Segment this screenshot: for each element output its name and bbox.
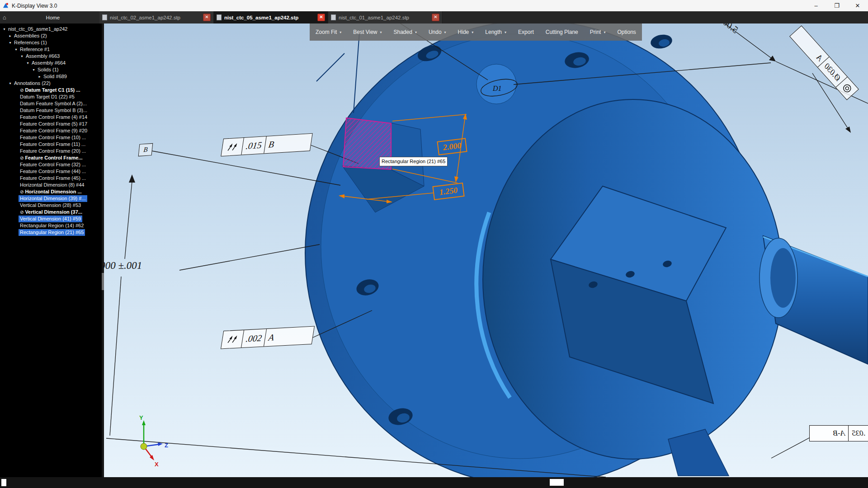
toolbar-cutting-plane-button[interactable]: Cutting Plane [540, 23, 584, 41]
toolbar-best-view-button[interactable]: Best View▾ [347, 23, 387, 41]
tab-document[interactable]: nist_ctc_02_asme1_ap242.stp✕ [99, 11, 214, 23]
maximize-button[interactable]: ❐ [826, 0, 847, 11]
datum-flag-b[interactable]: B [138, 143, 153, 156]
toolbar-undo-button[interactable]: Undo▾ [423, 23, 452, 41]
tree-item[interactable]: Horizontal Dimension (8) #44 [0, 182, 104, 188]
expand-arrow-icon[interactable]: ▾ [8, 80, 13, 87]
tree-item[interactable]: Rectangular Region (21) #65 [0, 229, 104, 236]
tree-item-label: Assembly #663 [24, 53, 61, 60]
model-tree: ▾nist_ctc_05_asme1_ap242▸Assemblies (2)▾… [0, 26, 104, 236]
fcf-mirrored-035[interactable]: .035 A-B [809, 425, 868, 441]
status-bar [0, 477, 868, 488]
tree-item-label: nist_ctc_05_asme1_ap242 [7, 26, 69, 33]
tree-item[interactable]: ⊘Datum Target C1 (15) ... [0, 87, 104, 94]
tree-item[interactable]: Feature Control Frame (11) ... [0, 141, 104, 148]
hidden-annotation-icon: ⊘ [20, 88, 24, 93]
toolbar-hide-button[interactable]: Hide▾ [452, 23, 480, 41]
tree-item[interactable]: ▾References (1) [0, 39, 104, 46]
toolbar-length-button[interactable]: Length▾ [479, 23, 512, 41]
tree-item-label: Feature Control Frame (11) ... [19, 141, 87, 148]
toolbar-button-label: Best View [353, 29, 377, 35]
tree-item[interactable]: ⊘Feature Control Frame... [0, 155, 104, 161]
tree-item[interactable]: ▸Assemblies (2) [0, 33, 104, 39]
chevron-down-icon[interactable]: ▾ [380, 30, 382, 34]
chevron-down-icon[interactable]: ▾ [472, 30, 473, 34]
tree-scrollbar[interactable] [102, 23, 104, 477]
tree-item-label: ⊘Datum Target C1 (15) ... [19, 87, 81, 94]
cad-model[interactable] [305, 23, 868, 477]
toolbar-print-button[interactable]: Print▾ [584, 23, 612, 41]
minimize-button[interactable]: – [806, 0, 826, 11]
tree-item[interactable]: Rectangular Region (14) #62 [0, 222, 104, 229]
tree-item[interactable]: Feature Control Frame (4) #14 [0, 114, 104, 121]
tree-item[interactable]: Feature Control Frame (9) #20 [0, 127, 104, 134]
tree-item-label: Feature Control Frame (45) ... [19, 175, 87, 182]
toolbar-button-label: Length [485, 29, 502, 35]
chevron-down-icon[interactable]: ▾ [415, 30, 417, 34]
tree-item[interactable]: Datum Feature Symbol B (3)... [0, 107, 104, 114]
tree-item[interactable]: ▾Assembly #663 [0, 53, 104, 60]
tab-close-icon[interactable]: ✕ [203, 14, 211, 21]
tab-document[interactable]: nist_ctc_05_asme1_ap242.stp✕ [214, 11, 328, 23]
hidden-annotation-icon: ⊘ [20, 210, 24, 215]
tab-close-icon[interactable]: ✕ [317, 14, 325, 21]
tree-item[interactable]: Horizontal Dimension (39) #... [0, 195, 104, 202]
document-icon [217, 14, 222, 20]
tree-item-label: Assembly #664 [30, 60, 67, 66]
close-button[interactable]: ✕ [847, 0, 868, 11]
triad-x-label: X [155, 461, 159, 468]
orientation-triad: Y Z X [139, 414, 168, 468]
tree-item[interactable]: Feature Control Frame (44) ... [0, 168, 104, 175]
tree-scrollbar-thumb[interactable] [102, 273, 104, 290]
chevron-down-icon[interactable]: ▾ [340, 30, 341, 34]
toolbar-zoom-fit-button[interactable]: Zoom Fit▾ [310, 23, 347, 41]
expand-arrow-icon[interactable]: ▸ [8, 33, 13, 39]
tree-item[interactable]: ⊘Vertical Dimension (37... [0, 209, 104, 216]
expand-arrow-icon[interactable]: ▸ [37, 73, 42, 80]
tab-home[interactable]: ⌂ Home [0, 11, 99, 23]
expand-arrow-icon[interactable]: ▾ [25, 60, 30, 66]
toolbar-button-label: Cutting Plane [546, 29, 578, 35]
tree-item[interactable]: ▾Reference #1 [0, 46, 104, 53]
chevron-down-icon[interactable]: ▾ [604, 30, 605, 34]
expand-arrow-icon[interactable]: ▾ [2, 26, 7, 33]
chevron-down-icon[interactable]: ▾ [505, 30, 506, 34]
toolbar-export-button[interactable]: Export [512, 23, 540, 41]
tree-item[interactable]: ▾Solids (1) [0, 66, 104, 73]
model-3d-view[interactable]: D1 [104, 23, 868, 477]
tree-item[interactable]: ▾Annotations (22) [0, 80, 104, 87]
viewport-3d[interactable]: D1 [104, 23, 868, 477]
tree-item[interactable]: ⊘Horizontal Dimension ... [0, 188, 104, 195]
tree-item[interactable]: Vertical Dimension (28) #53 [0, 202, 104, 209]
tree-item-label: Vertical Dimension (41) #59 [19, 216, 82, 222]
tree-item[interactable]: Datum Feature Symbol A (2)... [0, 100, 104, 107]
tree-item-label: Feature Control Frame (20) ... [19, 148, 87, 155]
fcf-datum: A [264, 328, 278, 347]
title-bar: K-Display View 3.0 – ❐ ✕ [0, 0, 868, 12]
tree-item[interactable]: Vertical Dimension (41) #59 [0, 216, 104, 222]
datum-target-face [476, 64, 516, 104]
chevron-down-icon[interactable]: ▾ [444, 30, 446, 34]
tree-item-label: Annotations (22) [13, 80, 52, 87]
tree-item-label: Solid #689 [42, 73, 68, 80]
tree-item[interactable]: ▾Assembly #664 [0, 60, 104, 66]
expand-arrow-icon[interactable]: ▾ [19, 53, 24, 60]
expand-arrow-icon[interactable]: ▾ [31, 66, 36, 73]
tab-document[interactable]: nist_ctc_01_asme1_ap242.stp✕ [328, 11, 443, 23]
toolbar-shaded-button[interactable]: Shaded▾ [388, 23, 423, 41]
tree-item-label: Horizontal Dimension (8) #44 [19, 182, 85, 188]
tree-item[interactable]: Feature Control Frame (10) ... [0, 134, 104, 141]
tree-item[interactable]: ▾nist_ctc_05_asme1_ap242 [0, 26, 104, 33]
toolbar-button-label: Hide [458, 29, 469, 35]
expand-arrow-icon[interactable]: ▾ [8, 39, 13, 46]
expand-arrow-icon[interactable]: ▾ [14, 46, 19, 53]
tree-item[interactable]: Feature Control Frame (32) ... [0, 161, 104, 168]
toolbar-options-button[interactable]: Options [611, 23, 642, 41]
tree-item[interactable]: Feature Control Frame (45) ... [0, 175, 104, 182]
tree-item-label: Reference #1 [19, 46, 51, 53]
tab-close-icon[interactable]: ✕ [432, 14, 439, 21]
tree-item[interactable]: ▸Solid #689 [0, 73, 104, 80]
tree-item[interactable]: Datum Target D1 (22) #5 [0, 94, 104, 100]
tree-item[interactable]: Feature Control Frame (20) ... [0, 148, 104, 155]
tree-item[interactable]: Feature Control Frame (5) #17 [0, 121, 104, 127]
